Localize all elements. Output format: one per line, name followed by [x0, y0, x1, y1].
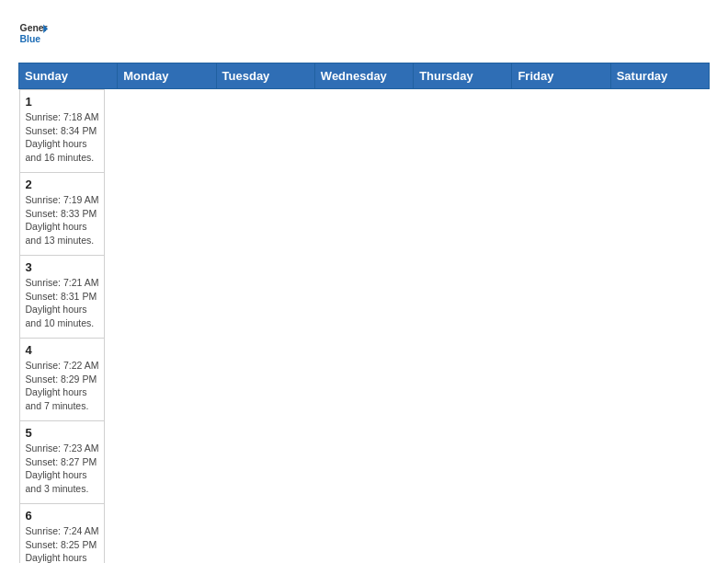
day-cell-2: 2 Sunrise: 7:19 AMSunset: 8:33 PMDayligh…: [19, 173, 105, 256]
page-header: General Blue: [18, 18, 710, 48]
header-monday: Monday: [118, 63, 216, 89]
header-friday: Friday: [512, 63, 610, 89]
day-info: Sunrise: 7:23 AMSunset: 8:27 PMDaylight …: [26, 442, 99, 496]
day-number: 4: [26, 343, 99, 357]
day-info: Sunrise: 7:18 AMSunset: 8:34 PMDaylight …: [26, 110, 99, 165]
header-tuesday: Tuesday: [216, 63, 314, 89]
header-sunday: Sunday: [19, 63, 118, 89]
day-info: Sunrise: 7:22 AMSunset: 8:29 PMDaylight …: [26, 359, 99, 413]
logo-icon: General Blue: [18, 18, 48, 48]
header-saturday: Saturday: [610, 63, 709, 89]
day-number: 1: [26, 95, 99, 109]
weekday-header-row: Sunday Monday Tuesday Wednesday Thursday…: [19, 63, 710, 89]
day-number: 5: [26, 426, 99, 440]
logo: General Blue: [18, 18, 48, 48]
day-cell-5: 5 Sunrise: 7:23 AMSunset: 8:27 PMDayligh…: [19, 421, 105, 504]
svg-text:Blue: Blue: [20, 34, 41, 44]
day-number: 6: [26, 509, 99, 523]
header-wednesday: Wednesday: [314, 63, 413, 89]
day-cell-3: 3 Sunrise: 7:21 AMSunset: 8:31 PMDayligh…: [19, 256, 105, 339]
day-number: 3: [26, 260, 99, 274]
calendar-table: Sunday Monday Tuesday Wednesday Thursday…: [18, 63, 710, 563]
day-info: Sunrise: 7:19 AMSunset: 8:33 PMDaylight …: [26, 193, 99, 247]
day-cell-6: 6 Sunrise: 7:24 AMSunset: 8:25 PMDayligh…: [19, 504, 105, 564]
calendar-row: 1 Sunrise: 7:18 AMSunset: 8:34 PMDayligh…: [19, 89, 710, 564]
day-cell-4: 4 Sunrise: 7:22 AMSunset: 8:29 PMDayligh…: [19, 339, 105, 421]
header-thursday: Thursday: [414, 63, 512, 89]
day-cell-1: 1 Sunrise: 7:18 AMSunset: 8:34 PMDayligh…: [19, 90, 105, 173]
day-info: Sunrise: 7:24 AMSunset: 8:25 PMDaylight …: [26, 524, 99, 563]
day-info: Sunrise: 7:21 AMSunset: 8:31 PMDaylight …: [26, 276, 99, 330]
day-number: 2: [26, 178, 99, 191]
